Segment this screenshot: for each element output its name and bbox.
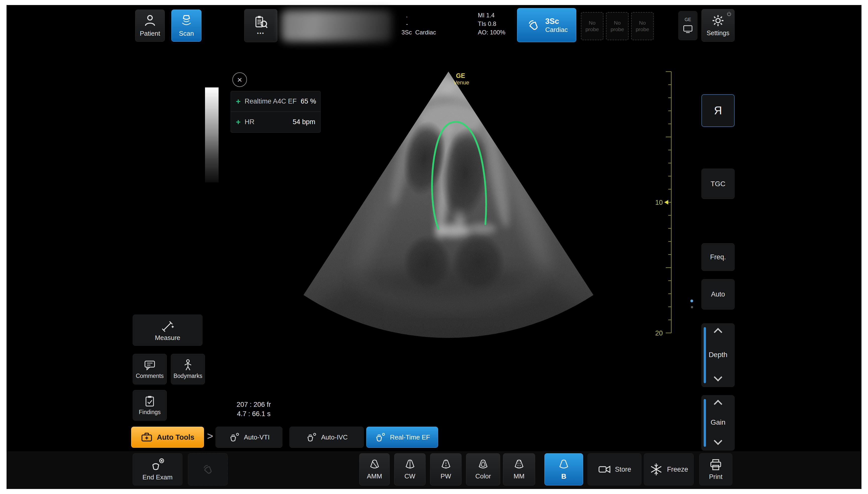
chevron-down-icon[interactable] xyxy=(714,436,722,445)
bodymarks-button[interactable]: Bodymarks xyxy=(171,354,205,384)
freq-label: Freq. xyxy=(710,253,726,261)
print-label: Print xyxy=(709,473,722,481)
tgc-button[interactable]: TGC xyxy=(701,169,735,199)
depth-control[interactable]: Depth xyxy=(701,323,735,387)
auto-button[interactable]: Auto xyxy=(701,279,735,309)
chevron-up-icon[interactable] xyxy=(714,328,722,337)
result-row[interactable]: + HR 54 bpm xyxy=(231,112,320,132)
page-dot-active[interactable] xyxy=(690,300,693,302)
auto-tools-chevron: > xyxy=(207,430,213,442)
probe-disabled-icon xyxy=(201,462,215,476)
store-camera-icon xyxy=(598,463,611,476)
loop-time: 4.7 : 66.1 s xyxy=(218,409,289,419)
end-exam-button[interactable]: End Exam xyxy=(133,453,182,486)
mode-amm-button[interactable]: AMM xyxy=(359,453,390,486)
scan-button[interactable]: Scan xyxy=(171,10,201,42)
mode-color-button[interactable]: Color xyxy=(466,453,500,486)
focus-marker-icon[interactable] xyxy=(664,200,668,205)
result-value: 54 bpm xyxy=(293,118,315,126)
cw-label: CW xyxy=(404,472,415,480)
redacted-patient-info xyxy=(282,10,392,42)
expand-icon: + xyxy=(236,117,241,127)
expand-icon: + xyxy=(236,97,241,106)
mm-label: MM xyxy=(514,472,524,480)
more-dots: ••• xyxy=(257,31,265,36)
exam-info-line: 3Sc Cardiac xyxy=(402,28,462,37)
realtime-ef-button[interactable]: Real-Time EF xyxy=(366,427,438,448)
measurement-results-panel: + Realtime A4C EF 65 % + HR 54 bpm xyxy=(231,91,321,133)
power-icon xyxy=(726,11,732,17)
print-button[interactable]: Print xyxy=(699,453,732,486)
patient-button[interactable]: Patient xyxy=(135,10,165,42)
auto-tools-label: Auto Tools xyxy=(157,433,194,441)
measure-button[interactable]: Measure xyxy=(133,315,202,346)
probe-text: 3Sc Cardiac xyxy=(545,17,568,34)
ge-venue-logo: Venue xyxy=(454,79,469,86)
exam-info: . - 3Sc Cardiac xyxy=(402,11,462,37)
gear-icon xyxy=(712,14,725,27)
probe-name: 3Sc xyxy=(545,17,559,26)
store-label: Store xyxy=(615,466,631,473)
auto-ivc-button[interactable]: Auto-IVC xyxy=(289,427,364,448)
depth-label-10: 10 xyxy=(655,199,663,206)
measure-label: Measure xyxy=(155,334,180,342)
auto-tools-button[interactable]: Auto Tools xyxy=(131,427,204,448)
exam-info-line: . xyxy=(402,11,462,20)
findings-button[interactable]: Findings xyxy=(133,390,167,421)
pw-label: PW xyxy=(441,472,451,480)
active-probe-button[interactable]: 3Sc Cardiac xyxy=(517,8,576,42)
inactive-preset-button xyxy=(188,453,228,486)
store-button[interactable]: Store xyxy=(587,453,641,486)
freeze-label: Freeze xyxy=(667,466,688,473)
chevron-up-icon[interactable] xyxy=(714,400,722,408)
mode-cw-button[interactable]: CW xyxy=(394,453,426,486)
printer-icon xyxy=(709,458,722,471)
end-exam-label: End Exam xyxy=(142,473,173,481)
probe-preset: Cardiac xyxy=(545,26,568,34)
flip-glyph: Я xyxy=(714,104,722,117)
exam-info-line: - xyxy=(402,20,462,28)
freq-button[interactable]: Freq. xyxy=(701,243,735,271)
settings-button[interactable]: Settings xyxy=(701,9,735,42)
worksheet-button[interactable]: ••• xyxy=(244,9,277,42)
comment-icon xyxy=(144,359,156,371)
pw-mode-icon xyxy=(440,459,452,471)
bodymarks-label: Bodymarks xyxy=(173,373,202,379)
mm-mode-icon xyxy=(513,459,525,471)
tgc-label: TGC xyxy=(711,180,725,188)
screen-share-icon xyxy=(682,23,693,34)
findings-icon xyxy=(144,395,156,407)
orientation-flip-button[interactable]: Я xyxy=(701,94,735,127)
freeze-button[interactable]: Freeze xyxy=(644,453,694,486)
frame-count: 207 : 206 fr xyxy=(218,400,289,409)
gain-level-bar xyxy=(704,399,706,447)
mode-pw-button[interactable]: PW xyxy=(430,453,462,486)
no-probe-slot-1: No probe xyxy=(581,12,603,40)
probe-icon xyxy=(525,17,541,33)
ge-cast-button[interactable]: GE xyxy=(678,11,697,40)
gain-control[interactable]: Gain xyxy=(701,395,735,451)
chevron-down-icon[interactable] xyxy=(714,373,722,381)
no-probe-slot-2: No probe xyxy=(606,12,629,40)
b-mode-icon xyxy=(558,459,570,471)
no-probe-slot-3: No probe xyxy=(631,12,654,40)
auto-label: Auto xyxy=(711,290,725,298)
toolbox-icon xyxy=(141,431,153,443)
realtime-ef-label: Real-Time EF xyxy=(390,434,430,441)
patient-label: Patient xyxy=(140,30,160,37)
mode-b-button[interactable]: B xyxy=(544,453,583,486)
result-label: Realtime A4C EF xyxy=(245,97,297,105)
result-row[interactable]: + Realtime A4C EF 65 % xyxy=(231,91,320,112)
close-results-button[interactable]: × xyxy=(232,72,247,87)
settings-label: Settings xyxy=(707,30,729,37)
clipboard-search-icon xyxy=(253,15,268,30)
cw-mode-icon xyxy=(404,459,416,471)
grayscale-bar xyxy=(205,88,218,183)
probe-vti-icon xyxy=(228,432,240,443)
mode-mm-button[interactable]: MM xyxy=(503,453,535,486)
page-dot[interactable] xyxy=(691,306,693,308)
color-label: Color xyxy=(475,472,491,480)
auto-vti-button[interactable]: Auto-VTI xyxy=(215,427,283,448)
patient-icon xyxy=(143,14,157,27)
comments-button[interactable]: Comments xyxy=(133,354,167,384)
